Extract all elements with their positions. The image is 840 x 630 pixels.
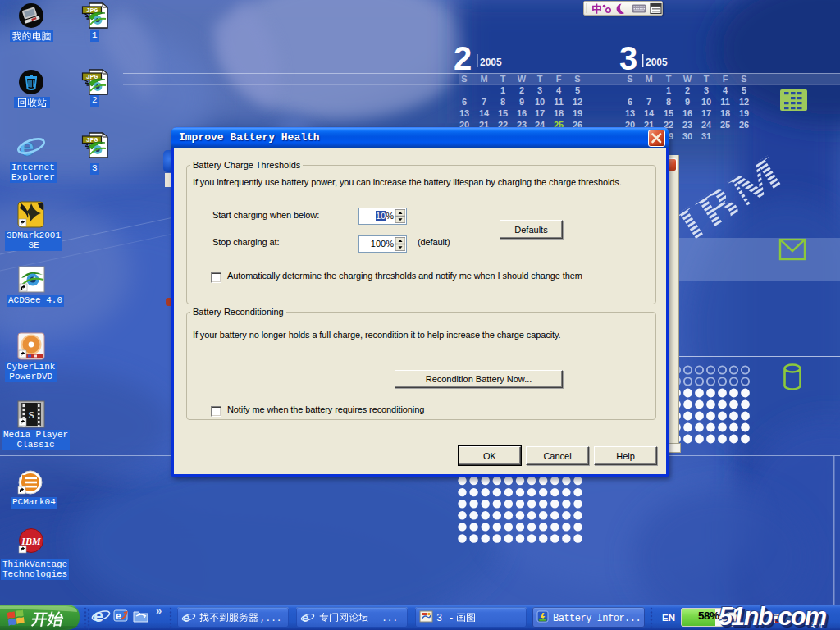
svg-text:,...: ,...: [260, 614, 281, 623]
svg-text:EN: EN: [662, 613, 675, 623]
svg-text:Battery Infor...: Battery Infor...: [553, 613, 641, 624]
svg-text:3 -: 3 -: [436, 613, 454, 624]
svg-text:e: e: [183, 610, 189, 624]
svg-text:S: S: [28, 409, 34, 421]
svg-text:e: e: [20, 132, 34, 162]
svg-text:e: e: [302, 610, 308, 624]
svg-text:- ...: - ...: [371, 614, 398, 623]
